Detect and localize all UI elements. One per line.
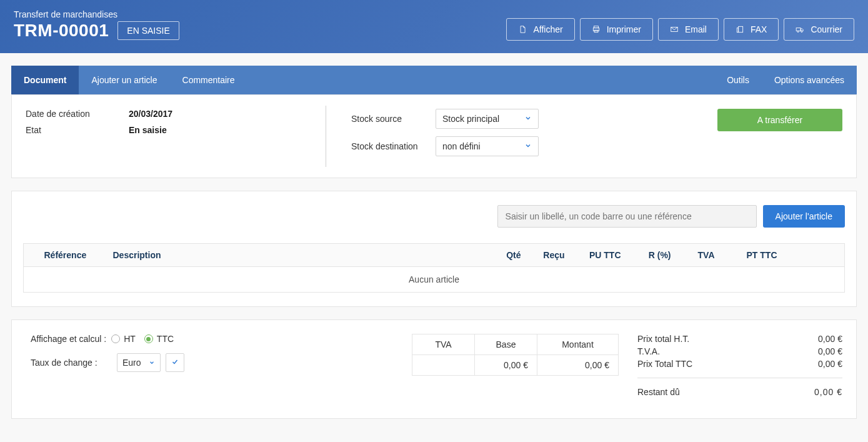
header-actions: Afficher Imprimer Email FAX Courrier <box>506 18 854 41</box>
email-button[interactable]: Email <box>658 18 719 41</box>
taux-change-label: Taux de change : <box>31 358 112 368</box>
col-r-pct: R (%) <box>626 244 676 267</box>
radio-ttc[interactable]: TTC <box>144 334 174 344</box>
status-badge: EN SAISIE <box>117 21 179 40</box>
tva-col-tva: TVA <box>412 334 475 355</box>
transferer-button[interactable]: A transférer <box>717 109 842 131</box>
remaining-value: 0,00 € <box>814 387 842 397</box>
tab-bar: Document Ajouter un article Commentaire … <box>11 66 857 94</box>
stock-source-select[interactable]: Stock principal <box>436 109 539 129</box>
tva-montant-value: 0,00 € <box>537 355 619 376</box>
chevron-down-icon <box>149 358 155 368</box>
col-description: Description <box>108 244 489 267</box>
page-header: Transfert de marchandises TRM-00001 EN S… <box>0 0 868 53</box>
affichage-label: Affichage et calcul : <box>31 334 106 344</box>
afficher-button[interactable]: Afficher <box>506 18 574 41</box>
empty-message: Aucun article <box>24 267 845 293</box>
separator <box>637 378 842 378</box>
tva-base-value: 0,00 € <box>475 355 537 376</box>
tab-document[interactable]: Document <box>11 66 79 94</box>
articles-table: Référence Description Qté Reçu PU TTC R … <box>23 243 845 293</box>
currency-select[interactable]: Euro <box>117 353 161 372</box>
chevron-down-icon <box>524 114 532 124</box>
tva-col-base: Base <box>475 334 537 355</box>
col-reference: Référence <box>39 244 108 267</box>
total-tva-value: 0,00 € <box>818 346 842 356</box>
radio-ht[interactable]: HT <box>111 334 136 344</box>
printer-icon <box>592 25 601 34</box>
date-creation-label: Date de création <box>26 109 129 119</box>
radio-icon <box>111 334 120 343</box>
etat-label: Etat <box>26 125 129 135</box>
tva-table: TVA Base Montant 0,00 € 0,00 € <box>412 334 619 376</box>
truck-icon <box>796 25 804 34</box>
remaining-label: Restant dû <box>637 387 680 397</box>
imprimer-button[interactable]: Imprimer <box>580 18 653 41</box>
svg-rect-2 <box>594 30 598 33</box>
check-icon <box>171 358 179 366</box>
tab-ajouter-article[interactable]: Ajouter un article <box>79 66 169 94</box>
info-panel: Date de création 20/03/2017 Etat En sais… <box>11 94 857 178</box>
ajouter-article-button[interactable]: Ajouter l'article <box>763 205 845 228</box>
chevron-down-icon <box>524 141 532 151</box>
stock-source-label: Stock source <box>351 114 436 124</box>
tab-options-avancees[interactable]: Options avancées <box>762 66 857 94</box>
col-pt-ttc: PT TTC <box>720 244 782 267</box>
header-subtitle: Transfert de marchandises <box>14 9 179 19</box>
currency-confirm-button[interactable] <box>166 353 184 372</box>
col-tva: TVA <box>676 244 720 267</box>
etat-value: En saisie <box>129 125 167 135</box>
courrier-button[interactable]: Courrier <box>784 18 854 41</box>
total-tva-label: T.V.A. <box>637 346 660 356</box>
articles-panel: Ajouter l'article Référence Description … <box>11 191 857 307</box>
total-ttc-label: Prix Total TTC <box>637 359 692 369</box>
fax-button[interactable]: FAX <box>724 18 779 41</box>
article-search-input[interactable] <box>497 205 757 228</box>
fax-icon <box>736 25 744 34</box>
svg-point-8 <box>801 31 802 32</box>
stock-destination-label: Stock destination <box>351 141 436 151</box>
radio-icon <box>144 334 153 343</box>
total-ht-value: 0,00 € <box>818 334 842 344</box>
envelope-icon <box>670 25 679 34</box>
col-recu: Reçu <box>526 244 570 267</box>
total-ttc-value: 0,00 € <box>818 359 842 369</box>
document-icon <box>518 25 527 34</box>
col-pu-ttc: PU TTC <box>570 244 626 267</box>
tab-outils[interactable]: Outils <box>714 66 762 94</box>
document-title: TRM-00001 <box>14 21 109 41</box>
totals-panel: Affichage et calcul : HT TTC Taux de cha… <box>11 319 857 419</box>
svg-point-7 <box>797 31 799 32</box>
total-ht-label: Prix total H.T. <box>637 334 689 344</box>
date-creation-value: 20/03/2017 <box>129 109 172 119</box>
col-qte: Qté <box>489 244 526 267</box>
svg-rect-6 <box>797 28 801 31</box>
tva-col-montant: Montant <box>537 334 619 355</box>
svg-rect-5 <box>739 26 743 32</box>
divider <box>326 106 326 167</box>
tab-commentaire[interactable]: Commentaire <box>170 66 247 94</box>
stock-destination-select[interactable]: non défini <box>436 136 539 156</box>
